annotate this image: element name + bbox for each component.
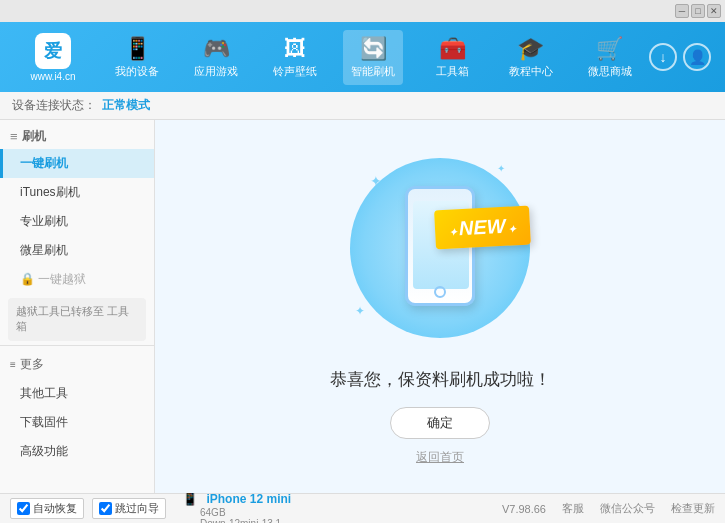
customer-service-link[interactable]: 客服: [562, 501, 584, 516]
bottom-bar: 自动恢复 跳过向导 📱 iPhone 12 mini 64GB Down-12m…: [0, 493, 725, 523]
user-btn[interactable]: 👤: [683, 43, 711, 71]
logo-text: www.i4.cn: [30, 71, 75, 82]
nav-my-device[interactable]: 📱 我的设备: [107, 30, 167, 85]
section-flash-icon: ≡: [10, 129, 18, 144]
minimize-btn[interactable]: ─: [675, 4, 689, 18]
nav-items: 📱 我的设备 🎮 应用游戏 🖼 铃声壁纸 🔄 智能刷机 🧰 工具箱 🎓 教程中心…: [98, 30, 649, 85]
sidebar-item-itunes-flash[interactable]: iTunes刷机: [0, 178, 154, 207]
sidebar-item-micro-flash[interactable]: 微星刷机: [0, 236, 154, 265]
nav-tools[interactable]: 🧰 工具箱: [422, 30, 482, 85]
wallpaper-label: 铃声壁纸: [273, 64, 317, 79]
smart-flash-label: 智能刷机: [351, 64, 395, 79]
sparkle-2-icon: ✦: [497, 163, 505, 174]
back-link[interactable]: 返回首页: [416, 449, 464, 466]
maximize-btn[interactable]: □: [691, 4, 705, 18]
phone-illustration: NEW ✦ ✦ ✦: [340, 148, 540, 348]
tutorials-label: 教程中心: [509, 64, 553, 79]
success-message: 恭喜您，保资料刷机成功啦！: [330, 368, 551, 391]
device-name: iPhone 12 mini: [206, 492, 291, 506]
version-label: V7.98.66: [502, 503, 546, 515]
device-storage: 64GB: [200, 507, 291, 518]
nav-wallpaper[interactable]: 🖼 铃声壁纸: [265, 30, 325, 85]
section-flash-label: 刷机: [22, 128, 46, 145]
download-btn[interactable]: ↓: [649, 43, 677, 71]
status-value: 正常模式: [102, 97, 150, 114]
header: 爱 www.i4.cn 📱 我的设备 🎮 应用游戏 🖼 铃声壁纸 🔄 智能刷机 …: [0, 22, 725, 92]
nav-wei-store[interactable]: 🛒 微思商城: [580, 30, 640, 85]
sidebar-more-title: ≡ 更多: [0, 350, 154, 379]
nav-smart-flash[interactable]: 🔄 智能刷机: [343, 30, 403, 85]
nav-tutorials[interactable]: 🎓 教程中心: [501, 30, 561, 85]
bottom-left: 自动恢复 跳过向导 📱 iPhone 12 mini 64GB Down-12m…: [10, 489, 502, 524]
lock-icon: 🔒: [20, 272, 38, 286]
close-btn[interactable]: ✕: [707, 4, 721, 18]
new-badge: NEW: [434, 205, 531, 249]
content-area: NEW ✦ ✦ ✦ 恭喜您，保资料刷机成功啦！ 确定 返回首页: [155, 120, 725, 493]
main-container: ≡ 刷机 一键刷机 iTunes刷机 专业刷机 微星刷机 🔒 一键越狱 越狱工具…: [0, 120, 725, 493]
bottom-right: V7.98.66 客服 微信公众号 检查更新: [502, 501, 715, 516]
phone-home-btn: [434, 286, 446, 298]
title-bar: ─ □ ✕: [0, 0, 725, 22]
header-actions: ↓ 👤: [649, 43, 717, 71]
tools-label: 工具箱: [436, 64, 469, 79]
apps-label: 应用游戏: [194, 64, 238, 79]
sidebar-item-advanced[interactable]: 高级功能: [0, 437, 154, 466]
device-version: Down-12mini-13,1: [200, 518, 291, 524]
sidebar-item-pro-flash[interactable]: 专业刷机: [0, 207, 154, 236]
apps-icon: 🎮: [203, 36, 230, 62]
confirm-button[interactable]: 确定: [390, 407, 490, 439]
tutorials-icon: 🎓: [517, 36, 544, 62]
status-label: 设备连接状态：: [12, 97, 96, 114]
my-device-icon: 📱: [124, 36, 151, 62]
auto-restore-checkbox[interactable]: 自动恢复: [10, 498, 84, 519]
sidebar-item-download-firmware[interactable]: 下载固件: [0, 408, 154, 437]
sidebar: ≡ 刷机 一键刷机 iTunes刷机 专业刷机 微星刷机 🔒 一键越狱 越狱工具…: [0, 120, 155, 493]
wei-store-icon: 🛒: [596, 36, 623, 62]
sidebar-section-flash: ≡ 刷机: [0, 120, 154, 149]
more-icon: ≡: [10, 359, 16, 370]
smart-flash-icon: 🔄: [360, 36, 387, 62]
sidebar-item-other-tools[interactable]: 其他工具: [0, 379, 154, 408]
sidebar-item-onekey-flash[interactable]: 一键刷机: [0, 149, 154, 178]
sidebar-item-jailbreak: 🔒 一键越狱: [0, 265, 154, 294]
sparkle-3-icon: ✦: [355, 304, 365, 318]
wallpaper-icon: 🖼: [284, 36, 306, 62]
logo-area: 爱 www.i4.cn: [8, 33, 98, 82]
sidebar-jailbreak-notice: 越狱工具已转移至 工具箱: [8, 298, 146, 341]
sidebar-divider: [0, 345, 154, 346]
status-bar: 设备连接状态： 正常模式: [0, 92, 725, 120]
skip-wizard-input[interactable]: [99, 502, 112, 515]
logo-icon: 爱: [35, 33, 71, 69]
nav-apps-games[interactable]: 🎮 应用游戏: [186, 30, 246, 85]
auto-restore-input[interactable]: [17, 502, 30, 515]
tools-icon: 🧰: [439, 36, 466, 62]
skip-wizard-checkbox[interactable]: 跳过向导: [92, 498, 166, 519]
my-device-label: 我的设备: [115, 64, 159, 79]
wechat-link[interactable]: 微信公众号: [600, 501, 655, 516]
sparkle-1-icon: ✦: [370, 173, 382, 189]
wei-store-label: 微思商城: [588, 64, 632, 79]
check-update-link[interactable]: 检查更新: [671, 501, 715, 516]
device-info: 📱 iPhone 12 mini 64GB Down-12mini-13,1: [182, 489, 291, 524]
